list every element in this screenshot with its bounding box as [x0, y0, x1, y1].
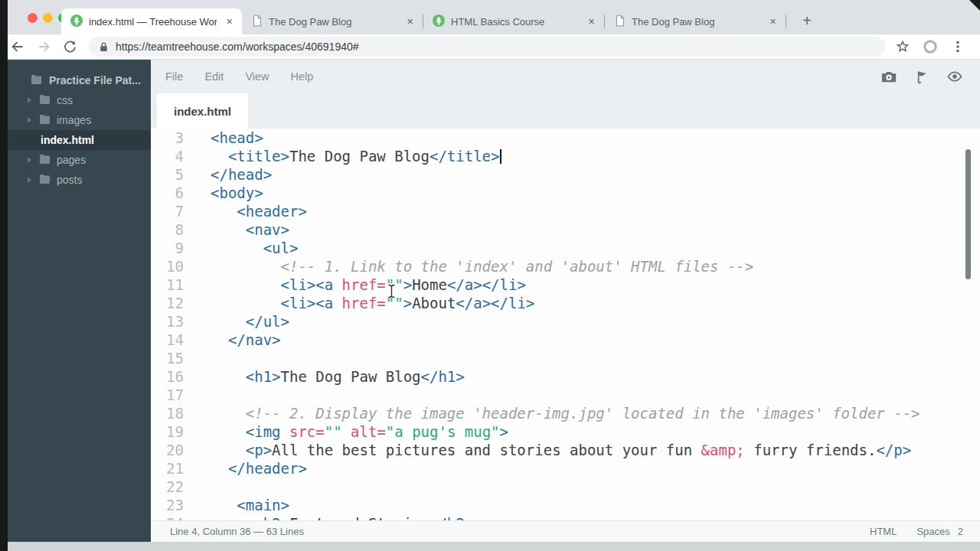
preview-button[interactable]	[946, 68, 963, 85]
code-line-3[interactable]: 3<head>	[151, 129, 980, 147]
code-line-16[interactable]: 16 <h1>The Dog Paw Blog</h1>	[151, 367, 980, 386]
status-indent-label: Spaces	[916, 526, 949, 537]
code-line-11[interactable]: 11 <li><a href="">Home</a></li>	[151, 276, 980, 294]
chevron-right-icon[interactable]	[28, 97, 31, 103]
sidebar-item-posts[interactable]: posts	[8, 170, 151, 190]
back-button[interactable]	[8, 37, 28, 57]
address-bar: https://teamtreehouse.com/workspaces/406…	[0, 34, 980, 60]
browser-tab-3[interactable]: HTML Basics Course×	[423, 8, 604, 34]
menu-edit[interactable]: Edit	[204, 70, 224, 83]
code-token: >	[403, 295, 412, 311]
code-line-4[interactable]: 4 <title>The Dog Paw Blog</title>	[151, 147, 980, 165]
sidebar-item-index-html[interactable]: index.html	[8, 130, 151, 150]
code-editor[interactable]: 3<head>4 <title>The Dog Paw Blog</title>…	[151, 129, 980, 520]
code-line-10[interactable]: 10 <!-- 1. Link to the 'index' and 'abou…	[151, 257, 980, 276]
browser-tab-4[interactable]: The Dog Paw Blog×	[605, 8, 786, 34]
menu-file[interactable]: File	[165, 70, 183, 83]
code-line-15[interactable]: 15	[151, 349, 980, 367]
code-line-19[interactable]: 19 <img src="" alt="a pug's mug">	[151, 422, 980, 441]
window-close-button[interactable]	[28, 13, 38, 23]
status-mode[interactable]: HTML	[870, 526, 897, 537]
snapshot-button[interactable]	[880, 68, 897, 85]
line-number: 7	[151, 202, 184, 220]
code-line-20[interactable]: 20 <p>All the best pictures and stories …	[151, 441, 980, 459]
window-minimize-button[interactable]	[43, 13, 53, 23]
browser-tab-2[interactable]: The Dog Paw Blog×	[242, 8, 423, 34]
line-content: </nav>	[184, 331, 281, 349]
code-token: The Dog Paw Blog	[281, 368, 421, 385]
status-indent[interactable]: Spaces 2	[916, 526, 963, 537]
sidebar-item-label: css	[57, 94, 73, 106]
new-tab-button[interactable]: +	[796, 10, 818, 31]
line-number: 16	[151, 367, 184, 386]
browser-tab-1[interactable]: index.html — Treehouse Works×	[61, 8, 242, 34]
sidebar-item-css[interactable]: css	[8, 90, 151, 110]
code-token: </header>	[211, 460, 307, 477]
code-line-6[interactable]: 6<body>	[151, 184, 980, 202]
line-content: <p>All the best pictures and stories abo…	[184, 441, 911, 459]
url-field[interactable]: https://teamtreehouse.com/workspaces/406…	[89, 37, 885, 57]
code-line-23[interactable]: 23 <main>	[151, 496, 980, 514]
code-line-22[interactable]: 22	[151, 478, 980, 496]
status-bar: Line 4, Column 36 — 63 Lines HTML Spaces…	[151, 520, 980, 542]
line-content: <!-- 2. Display the image 'header-img.jp…	[184, 404, 920, 422]
code-line-8[interactable]: 8 <nav>	[151, 220, 980, 239]
fork-flag-button[interactable]	[913, 68, 930, 85]
sidebar-root-folder[interactable]: Practice File Pat...	[8, 70, 151, 90]
tab-title: The Dog Paw Blog	[269, 16, 397, 28]
sidebar-item-images[interactable]: images	[8, 110, 151, 130]
tab-close-button[interactable]: ×	[585, 15, 598, 28]
tab-close-button[interactable]: ×	[766, 15, 779, 28]
line-number: 4	[151, 147, 184, 165]
tab-close-button[interactable]: ×	[223, 15, 236, 28]
text-cursor	[500, 149, 501, 164]
folder-icon	[39, 114, 51, 126]
chevron-right-icon[interactable]	[28, 177, 31, 183]
code-token: </ul>	[211, 313, 289, 330]
line-number: 8	[151, 220, 184, 239]
code-token: The Dog Paw Blog	[289, 148, 430, 165]
line-content: <nav>	[184, 220, 289, 239]
editor-tab-label: index.html	[174, 105, 231, 118]
address-bar-right	[893, 37, 972, 57]
reload-button[interactable]	[60, 37, 80, 57]
menu-help[interactable]: Help	[291, 70, 314, 83]
code-line-17[interactable]: 17	[151, 386, 980, 404]
code-line-13[interactable]: 13 </ul>	[151, 312, 980, 331]
code-line-12[interactable]: 12 <li><a href="">About</a></li>	[151, 294, 980, 312]
bookmark-star-button[interactable]	[893, 37, 913, 57]
editor-tab-index-html[interactable]: index.html	[157, 93, 248, 129]
code-token: <!-- 1. Link to the 'index' and 'about' …	[211, 258, 753, 275]
status-indent-value: 2	[958, 526, 963, 537]
code-line-14[interactable]: 14 </nav>	[151, 331, 980, 349]
code-token: </nav>	[211, 331, 281, 348]
code-line-21[interactable]: 21 </header>	[151, 459, 980, 478]
line-content: <!-- 1. Link to the 'index' and 'about' …	[184, 257, 753, 276]
chevron-right-icon[interactable]	[28, 157, 31, 163]
menu-view[interactable]: View	[245, 70, 269, 83]
tab-close-button[interactable]: ×	[403, 15, 416, 28]
code-line-9[interactable]: 9 <ul>	[151, 239, 980, 257]
code-line-5[interactable]: 5</head>	[151, 165, 980, 184]
line-content: <main>	[184, 496, 289, 514]
code-line-18[interactable]: 18 <!-- 2. Display the image 'header-img…	[151, 404, 980, 422]
chevron-right-icon[interactable]	[28, 117, 31, 123]
line-content: <img src="" alt="a pug's mug">	[184, 422, 508, 441]
code-line-7[interactable]: 7 <header>	[151, 202, 980, 220]
bookmark-star-icon	[895, 39, 910, 54]
forward-button[interactable]	[34, 37, 54, 57]
code-token: <body>	[211, 184, 263, 201]
line-content: <header>	[184, 202, 307, 220]
folder-icon	[39, 174, 51, 186]
code-line-24[interactable]: 24 <h2>Featured Stories</h2>	[151, 514, 980, 520]
browser-menu-button[interactable]	[948, 37, 968, 57]
eye-icon	[946, 67, 963, 86]
sidebar-item-pages[interactable]: pages	[8, 150, 151, 170]
code-token: <p>	[211, 442, 272, 458]
editor-scrollbar-thumb[interactable]	[965, 149, 971, 279]
code-token: <li><a	[211, 295, 342, 311]
workspace-toolbar	[880, 68, 963, 85]
code-token: <header>	[211, 203, 307, 220]
profile-avatar[interactable]	[920, 37, 940, 57]
code-token: &amp;	[701, 442, 745, 458]
